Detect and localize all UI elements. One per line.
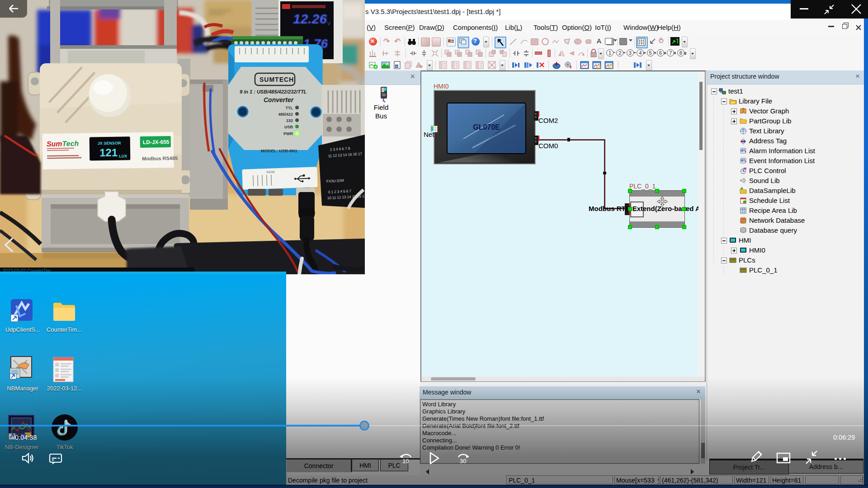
svg-text:JX SENSOR: JX SENSOR [98,141,121,146]
svg-text:12.26: 12.26 [293,11,327,26]
svg-text:M: M [396,65,398,68]
svg-text:9 in 1 : USB/485/422/232/TTL: 9 in 1 : USB/485/422/232/TTL [240,89,307,94]
svg-text:MODEL: USB-9N1: MODEL: USB-9N1 [261,148,297,153]
svg-text:RS232: RS232 [266,170,275,174]
svg-text:485/422: 485/422 [278,112,293,117]
svg-text:PWR: PWR [283,131,293,136]
svg-text:232: 232 [286,118,293,123]
svg-text:SUMTECH: SUMTECH [259,76,294,83]
svg-text:121: 121 [99,146,118,159]
svg-text:Modbus RS485: Modbus RS485 [142,155,178,161]
svg-text:Converter: Converter [264,96,294,103]
svg-text:V: V [327,21,331,26]
svg-text:TTL: TTL [286,106,293,110]
svg-text:LUX: LUX [119,154,127,158]
svg-text:SumTech: SumTech [47,140,79,148]
svg-text:USB: USB [284,125,293,129]
svg-text:LD-JX-655: LD-JX-655 [143,139,170,145]
